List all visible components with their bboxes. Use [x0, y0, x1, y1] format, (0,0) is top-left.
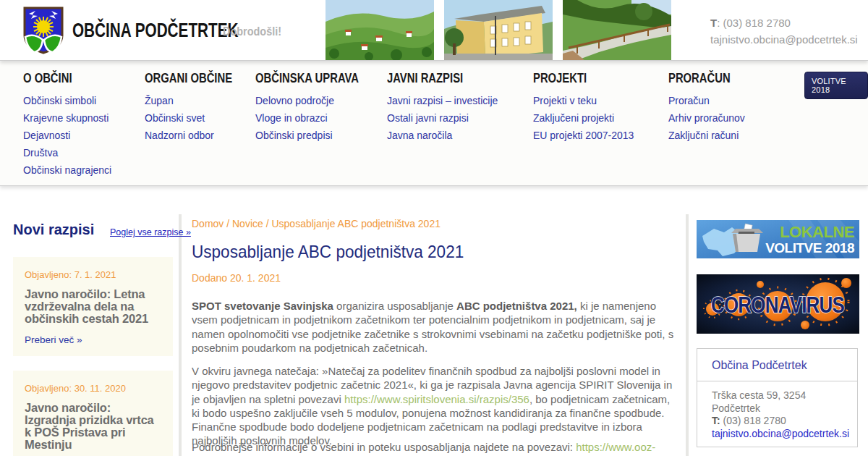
nav-heading-proracun: PRORAČUN [668, 70, 731, 86]
nav-link-zupan[interactable]: Župan [145, 96, 257, 106]
site-header: OBČINA PODČETRTEK Dobrodošli! [0, 0, 868, 61]
news-title: Javno naročilo: Letna vzdrževalna dela n… [25, 288, 162, 325]
phone-label: T [710, 17, 717, 29]
nav-link-obcinski-predpisi[interactable]: Občinski predpisi [255, 130, 388, 141]
content-rightbar-divider [686, 214, 689, 456]
nav-link-proracun[interactable]: Proračun [668, 96, 748, 106]
banner-line-volitve-2018: VOLITVE 2018 [765, 240, 854, 256]
nav-column-javni-razpisi: JAVNI RAZPISI Javni razpisi – investicij… [387, 70, 498, 148]
nav-link-zakljucni-racuni[interactable]: Zaključni računi [668, 130, 748, 141]
nav-link-obcinski-nagrajenci[interactable]: Občinski nagrajenci [23, 165, 111, 176]
phone-number: (03) 818 2780 [720, 415, 786, 426]
nav-link-obcinski-svet[interactable]: Občinski svet [145, 113, 257, 124]
paragraph-text: Podrobnejše informacije o vsebini in pot… [192, 441, 576, 453]
article-paragraph-3: Podrobnejše informacije o vsebini in pot… [192, 440, 678, 456]
nav-link-arhiv-proracunov[interactable]: Arhiv proračunov [668, 113, 748, 124]
nav-link-nadzorni-odbor[interactable]: Nadzorni odbor [145, 130, 257, 141]
lokalne-volitve-2018-banner[interactable]: LOKALNE VOLITVE 2018 [697, 220, 859, 258]
breadcrumb[interactable]: Domov / Novice / Usposabljanje ABC podje… [192, 218, 441, 229]
nav-column-proracun: PRORAČUN Proračun Arhiv proračunov Zaklj… [668, 70, 748, 148]
contact-email-link[interactable]: tajnistvo.obcina@podcetrtek.si [712, 428, 849, 439]
nav-column-projekti: PROJEKTI Projekti v teku Zaključeni proj… [533, 70, 634, 148]
nav-column-o-obcini: O OBČINI Občinski simboli Krajevne skupn… [23, 70, 111, 182]
nav-link-delovno-podrocje[interactable]: Delovno področje [255, 96, 388, 106]
header-email-link[interactable]: tajnistvo.obcina@podcetrtek.si [710, 33, 858, 46]
article-paragraph-2: V okviru javnega natečaja: »Natečaj za p… [192, 364, 678, 448]
bold-abc-2021: ABC podjetništva 2021, [456, 300, 577, 312]
news-date: Objavljeno: 30. 11. 2020 [25, 383, 162, 394]
news-title: Javno naročilo: Izgradnja prizidka vrtca… [25, 402, 162, 451]
banner-text-coronavirus: CORONAVIRUS [711, 292, 844, 318]
news-card[interactable]: Objavljeno: 30. 11. 2020 Javno naročilo:… [13, 371, 173, 456]
contact-box: Občina Podčetrtek Trška cesta 59, 3254 P… [697, 348, 858, 447]
nav-link-dejavnosti[interactable]: Dejavnosti [23, 130, 111, 141]
nav-link-ostali-javni-razpisi[interactable]: Ostali javni razpisi [387, 113, 498, 124]
read-more-link[interactable]: Preberi več » [25, 334, 82, 345]
nav-link-projekti-v-teku[interactable]: Projekti v teku [533, 96, 634, 106]
phone-label: T: [712, 415, 720, 426]
header-phone: T: (03) 818 2780 [710, 14, 858, 31]
nav-link-zakljuceni-projekti[interactable]: Zaključeni projekti [533, 113, 634, 124]
header-photo-hills [326, 0, 434, 60]
sidebar-content-divider [179, 214, 182, 456]
article-date: Dodano 20. 1. 2021 [192, 272, 281, 284]
bold-spot-savinjska: SPOT svetovanje Savinjska [192, 300, 333, 312]
news-date: Objavljeno: 7. 1. 2021 [25, 269, 162, 280]
spirit-slovenia-link[interactable]: https://www.spiritslovenia.si/razpis/356 [344, 393, 529, 405]
contact-address: Trška cesta 59, 3254 Podčetrtek [712, 389, 843, 415]
nav-link-eu-projekti[interactable]: EU projekti 2007-2013 [533, 130, 634, 141]
nav-column-obcinska-uprava: OBČINSKA UPRAVA Delovno področje Vloge i… [255, 70, 388, 148]
contact-box-title: Občina Podčetrtek [697, 349, 857, 381]
nav-link-javna-narocila[interactable]: Javna naročila [387, 130, 498, 141]
coronavirus-banner[interactable]: CORONAVIRUS [697, 274, 859, 334]
nav-heading-o-obcini: O OBČINI [23, 70, 92, 86]
nav-link-drustva[interactable]: Društva [23, 148, 111, 159]
nav-link-obcinski-simboli[interactable]: Občinski simboli [23, 96, 111, 106]
article-title: Usposabljanje ABC podjetništva 2021 [192, 242, 464, 262]
nav-link-javni-razpisi-investicije[interactable]: Javni razpisi – investicije [387, 96, 498, 106]
nav-heading-organi-obcine: ORGANI OBČINE [145, 70, 232, 86]
nav-column-organi-obcine: ORGANI OBČINE Župan Občinski svet Nadzor… [145, 70, 257, 148]
nav-heading-projekti: PROJEKTI [533, 70, 612, 86]
volitve-2018-button[interactable]: VOLITVE 2018 [804, 72, 868, 99]
contact-phone: T: (03) 818 2780 [712, 415, 843, 428]
nav-heading-javni-razpisi: JAVNI RAZPISI [387, 70, 474, 86]
municipality-coat-of-arms-logo[interactable] [23, 7, 64, 54]
nav-link-krajevne-skupnosti[interactable]: Krajevne skupnosti [23, 113, 111, 124]
sidebar-title: Novi razpisi [13, 221, 94, 238]
nav-heading-obcinska-uprava: OBČINSKA UPRAVA [255, 70, 359, 86]
header-photo-town-hall [444, 0, 553, 60]
paragraph-text: organizira usposabljanje [333, 300, 456, 312]
nav-link-vloge-in-obrazci[interactable]: Vloge in obrazci [255, 113, 388, 124]
news-card[interactable]: Objavljeno: 7. 1. 2021 Javno naročilo: L… [13, 257, 173, 356]
site-title[interactable]: OBČINA PODČETRTEK [72, 19, 238, 42]
header-photo-path [563, 0, 671, 60]
welcome-text: Dobrodošli! [223, 25, 281, 39]
phone-number: : (03) 818 2780 [717, 17, 791, 29]
view-all-tenders-link[interactable]: Poglej vse razpise » [110, 227, 191, 237]
main-navigation: O OBČINI Občinski simboli Krajevne skupn… [0, 62, 868, 186]
header-contact: T: (03) 818 2780 tajnistvo.obcina@podcet… [710, 14, 858, 48]
article-paragraph-1: SPOT svetovanje Savinjska organizira usp… [192, 299, 678, 355]
banner-line-lokalne: LOKALNE [780, 223, 854, 241]
